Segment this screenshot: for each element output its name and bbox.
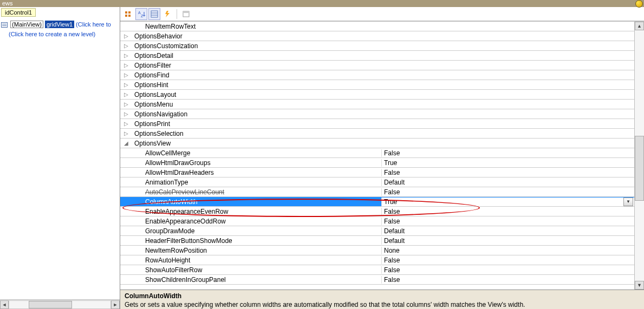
property-grid[interactable]: NewItemRowText▷OptionsBehavior▷OptionsCu…	[120, 22, 634, 290]
property-name[interactable]: ColumnAutoWidth	[132, 198, 381, 206]
property-name[interactable]: ShowAutoFilterRow	[132, 266, 381, 274]
property-name[interactable]: AnimationType	[132, 179, 381, 186]
property-name[interactable]: AllowHtmlDrawGroups	[132, 159, 381, 167]
property-row[interactable]: AllowHtmlDrawHeadersFalse	[120, 168, 634, 177]
property-name[interactable]: OptionsHint	[132, 81, 381, 89]
expand-icon[interactable]: ▷	[120, 130, 132, 136]
property-row[interactable]: NewItemRowText	[120, 22, 634, 31]
property-row[interactable]: ▷OptionsMenu	[120, 100, 634, 109]
property-row[interactable]: AllowHtmlDrawGroupsTrue	[120, 158, 634, 168]
property-row[interactable]: ShowAutoFilterRowFalse	[120, 265, 634, 275]
scroll-up-button[interactable]: ▲	[635, 22, 644, 30]
property-name[interactable]: NewItemRowPosition	[132, 247, 381, 254]
property-value[interactable]: False	[381, 149, 634, 157]
property-value[interactable]: False	[381, 276, 634, 284]
scroll-track[interactable]	[9, 300, 111, 309]
property-name[interactable]: OptionsFind	[132, 71, 381, 79]
property-name[interactable]: OptionsFilter	[132, 62, 381, 69]
expand-icon[interactable]: ◢	[120, 140, 132, 146]
scroll-thumb[interactable]	[29, 301, 72, 308]
property-name[interactable]: OptionsCustomization	[132, 42, 381, 50]
expand-icon[interactable]: ▷	[120, 121, 132, 127]
property-value[interactable]: False	[381, 257, 634, 264]
vert-track[interactable]	[635, 30, 644, 281]
property-name[interactable]: OptionsLayout	[132, 91, 381, 98]
property-row[interactable]: NewItemRowPositionNone	[120, 246, 634, 255]
horiz-scrollbar[interactable]: ◄ ►	[0, 299, 120, 309]
property-name[interactable]: OptionsSelection	[132, 130, 381, 137]
expand-icon[interactable]: ▷	[120, 101, 132, 107]
property-value[interactable]: None	[381, 247, 634, 254]
categorized-button[interactable]	[122, 8, 134, 20]
property-name[interactable]: OptionsPrint	[132, 120, 381, 128]
property-value[interactable]: Default	[381, 237, 634, 245]
scroll-left-button[interactable]: ◄	[0, 300, 9, 309]
property-name[interactable]: EnableAppearanceOddRow	[132, 218, 381, 225]
property-value[interactable]: False	[381, 169, 634, 176]
create-level-link[interactable]: (Click here to create a new level)	[9, 31, 120, 37]
scroll-down-button[interactable]: ▼	[635, 281, 644, 290]
property-name[interactable]: ShowChildrenInGroupPanel	[132, 276, 381, 284]
property-row[interactable]: ▷OptionsPrint	[120, 119, 634, 129]
property-row[interactable]: ◢OptionsView	[120, 139, 634, 148]
control-name-box[interactable]: idControl1	[1, 8, 36, 17]
property-row[interactable]: ▷OptionsSelection	[120, 129, 634, 139]
scroll-right-button[interactable]: ►	[111, 300, 120, 309]
property-value[interactable]: Default	[381, 227, 634, 235]
property-name[interactable]: GroupDrawMode	[132, 227, 381, 235]
property-row[interactable]: AnimationTypeDefault	[120, 177, 634, 187]
expand-icon[interactable]: ▷	[120, 91, 132, 97]
expand-icon[interactable]: ▷	[120, 33, 132, 39]
alphabetical-button[interactable]: AZ	[135, 8, 147, 20]
property-row[interactable]: ▷OptionsLayout	[120, 90, 634, 100]
property-name[interactable]: OptionsMenu	[132, 101, 381, 108]
property-name[interactable]: OptionsView	[132, 140, 381, 147]
property-row[interactable]: ▷OptionsFind	[120, 70, 634, 80]
property-row[interactable]: RowAutoHeightFalse	[120, 255, 634, 265]
property-value[interactable]: False	[381, 208, 634, 215]
vert-thumb[interactable]	[635, 136, 644, 201]
property-name[interactable]: HeaderFilterButtonShowMode	[132, 237, 381, 245]
property-row[interactable]: AutoCalcPreviewLineCountFalse	[120, 187, 634, 197]
events-button[interactable]	[161, 8, 173, 20]
property-name[interactable]: OptionsBehavior	[132, 32, 381, 40]
expand-icon[interactable]: ▷	[120, 72, 132, 78]
property-name[interactable]: AutoCalcPreviewLineCount	[132, 188, 381, 196]
expand-icon[interactable]: ▷	[120, 43, 132, 49]
property-name[interactable]: OptionsNavigation	[132, 110, 381, 118]
property-name[interactable]: AllowHtmlDrawHeaders	[132, 169, 381, 176]
property-value[interactable]: True▼	[381, 198, 634, 206]
property-name[interactable]: AllowCellMerge	[132, 149, 381, 157]
property-name[interactable]: EnableAppearanceEvenRow	[132, 208, 381, 215]
property-row[interactable]: ShowChildrenInGroupPanelFalse	[120, 275, 634, 285]
gridview-selected[interactable]: gridView1	[45, 21, 74, 28]
properties-button[interactable]	[148, 8, 160, 20]
property-row[interactable]: ColumnAutoWidthTrue▼	[120, 197, 634, 207]
property-row[interactable]: HeaderFilterButtonShowModeDefault	[120, 236, 634, 246]
property-value[interactable]: False	[381, 188, 634, 196]
property-pages-button[interactable]	[180, 8, 192, 20]
property-row[interactable]: AllowCellMergeFalse	[120, 148, 634, 158]
expand-icon[interactable]: ▷	[120, 111, 132, 117]
property-value[interactable]: False	[381, 266, 634, 274]
property-value[interactable]: True	[381, 159, 634, 167]
property-row[interactable]: ▷OptionsNavigation	[120, 109, 634, 119]
property-row[interactable]: EnableAppearanceEvenRowFalse	[120, 207, 634, 216]
property-row[interactable]: ▷OptionsFilter	[120, 61, 634, 70]
property-value[interactable]: False	[381, 218, 634, 225]
property-row[interactable]: ▷OptionsDetail	[120, 51, 634, 61]
property-name[interactable]: RowAutoHeight	[132, 257, 381, 264]
dropdown-button[interactable]: ▼	[623, 198, 633, 206]
property-name[interactable]: NewItemRowText	[132, 23, 381, 30]
property-row[interactable]: ▷OptionsCustomization	[120, 41, 634, 51]
property-row[interactable]: GroupDrawModeDefault	[120, 226, 634, 236]
expand-icon[interactable]: ▷	[120, 62, 132, 68]
property-value[interactable]: Default	[381, 179, 634, 186]
property-row[interactable]: ▷OptionsBehavior	[120, 31, 634, 41]
expand-icon[interactable]: ▷	[120, 52, 132, 58]
expand-icon[interactable]: ▷	[120, 82, 132, 88]
property-name[interactable]: OptionsDetail	[132, 52, 381, 60]
click-here-link[interactable]: (Click here to	[76, 21, 111, 28]
mainview-label[interactable]: (MainView)	[10, 21, 43, 28]
vert-scrollbar[interactable]: ▲ ▼	[634, 22, 644, 290]
